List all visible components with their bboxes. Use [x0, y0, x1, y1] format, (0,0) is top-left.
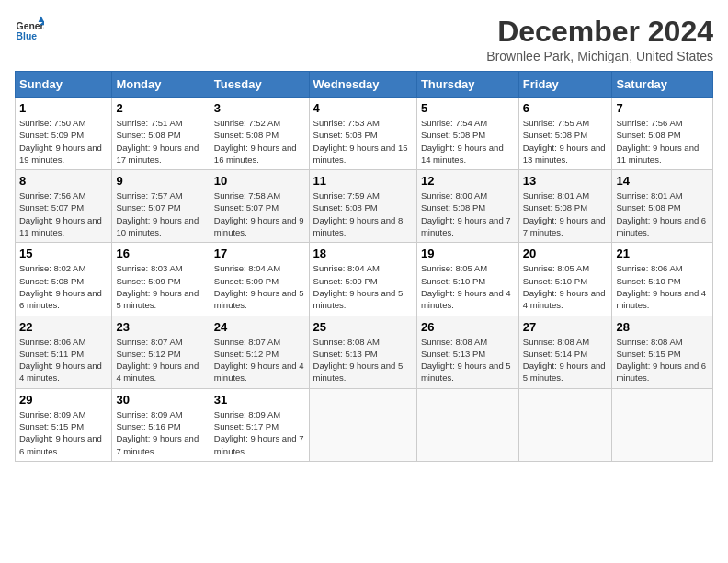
logo: General Blue [15, 15, 44, 44]
calendar-cell: 8 Sunrise: 7:56 AMSunset: 5:07 PMDayligh… [16, 170, 112, 243]
col-header-thursday: Thursday [416, 72, 518, 98]
day-info: Sunrise: 7:50 AMSunset: 5:09 PMDaylight:… [19, 118, 102, 165]
day-info: Sunrise: 7:57 AMSunset: 5:07 PMDaylight:… [116, 190, 199, 237]
page-subtitle: Brownlee Park, Michigan, United States [486, 49, 713, 63]
logo-icon: General Blue [15, 15, 44, 44]
day-info: Sunrise: 7:51 AMSunset: 5:08 PMDaylight:… [116, 118, 199, 165]
day-number: 25 [313, 320, 413, 334]
col-header-tuesday: Tuesday [210, 72, 309, 98]
day-number: 9 [116, 174, 205, 188]
svg-text:Blue: Blue [17, 31, 38, 41]
day-info: Sunrise: 8:01 AMSunset: 5:08 PMDaylight:… [616, 190, 706, 237]
calendar-cell: 15 Sunrise: 8:02 AMSunset: 5:08 PMDaylig… [16, 243, 112, 316]
calendar-cell: 23 Sunrise: 8:07 AMSunset: 5:12 PMDaylig… [112, 316, 210, 388]
day-info: Sunrise: 7:58 AMSunset: 5:07 PMDaylight:… [214, 190, 304, 237]
calendar-cell: 25 Sunrise: 8:08 AMSunset: 5:13 PMDaylig… [309, 316, 416, 388]
calendar-cell: 30 Sunrise: 8:09 AMSunset: 5:16 PMDaylig… [112, 388, 210, 461]
day-info: Sunrise: 8:06 AMSunset: 5:11 PMDaylight:… [19, 337, 102, 384]
calendar-cell: 20 Sunrise: 8:05 AMSunset: 5:10 PMDaylig… [518, 243, 612, 316]
day-info: Sunrise: 8:06 AMSunset: 5:10 PMDaylight:… [616, 263, 706, 310]
calendar-cell [416, 388, 518, 461]
day-number: 14 [616, 174, 709, 188]
calendar-cell [612, 388, 713, 461]
calendar-cell: 18 Sunrise: 8:04 AMSunset: 5:09 PMDaylig… [309, 243, 416, 316]
day-info: Sunrise: 8:08 AMSunset: 5:13 PMDaylight:… [313, 337, 404, 384]
svg-text:General: General [17, 21, 44, 31]
calendar-week-2: 8 Sunrise: 7:56 AMSunset: 5:07 PMDayligh… [16, 170, 713, 243]
day-info: Sunrise: 8:05 AMSunset: 5:10 PMDaylight:… [421, 263, 511, 310]
calendar-cell: 16 Sunrise: 8:03 AMSunset: 5:09 PMDaylig… [112, 243, 210, 316]
day-number: 16 [116, 247, 205, 260]
day-info: Sunrise: 8:05 AMSunset: 5:10 PMDaylight:… [523, 263, 606, 310]
day-number: 4 [313, 101, 413, 115]
day-info: Sunrise: 8:08 AMSunset: 5:13 PMDaylight:… [421, 337, 511, 384]
calendar-cell: 10 Sunrise: 7:58 AMSunset: 5:07 PMDaylig… [210, 170, 309, 243]
calendar-cell: 11 Sunrise: 7:59 AMSunset: 5:08 PMDaylig… [309, 170, 416, 243]
calendar-week-4: 22 Sunrise: 8:06 AMSunset: 5:11 PMDaylig… [16, 316, 713, 388]
calendar-cell: 5 Sunrise: 7:54 AMSunset: 5:08 PMDayligh… [416, 98, 518, 170]
day-info: Sunrise: 8:04 AMSunset: 5:09 PMDaylight:… [313, 263, 404, 310]
calendar-cell: 24 Sunrise: 8:07 AMSunset: 5:12 PMDaylig… [210, 316, 309, 388]
calendar-week-1: 1 Sunrise: 7:50 AMSunset: 5:09 PMDayligh… [16, 98, 713, 170]
day-info: Sunrise: 8:02 AMSunset: 5:08 PMDaylight:… [19, 263, 102, 310]
calendar-cell: 9 Sunrise: 7:57 AMSunset: 5:07 PMDayligh… [112, 170, 210, 243]
day-number: 21 [616, 247, 709, 260]
day-number: 31 [214, 393, 305, 407]
calendar-cell: 7 Sunrise: 7:56 AMSunset: 5:08 PMDayligh… [612, 98, 713, 170]
col-header-wednesday: Wednesday [309, 72, 416, 98]
calendar-cell: 31 Sunrise: 8:09 AMSunset: 5:17 PMDaylig… [210, 388, 309, 461]
day-info: Sunrise: 8:09 AMSunset: 5:16 PMDaylight:… [116, 409, 199, 456]
page-title: December 2024 [486, 15, 713, 49]
calendar-table: SundayMondayTuesdayWednesdayThursdayFrid… [15, 71, 713, 462]
day-number: 2 [116, 101, 205, 115]
calendar-cell: 27 Sunrise: 8:08 AMSunset: 5:14 PMDaylig… [518, 316, 612, 388]
svg-marker-2 [39, 17, 44, 22]
day-info: Sunrise: 8:07 AMSunset: 5:12 PMDaylight:… [116, 337, 199, 384]
header: General Blue December 2024 Brownlee Park… [15, 15, 713, 63]
calendar-cell: 19 Sunrise: 8:05 AMSunset: 5:10 PMDaylig… [416, 243, 518, 316]
day-info: Sunrise: 7:55 AMSunset: 5:08 PMDaylight:… [523, 118, 606, 165]
calendar-cell: 6 Sunrise: 7:55 AMSunset: 5:08 PMDayligh… [518, 98, 612, 170]
calendar-week-3: 15 Sunrise: 8:02 AMSunset: 5:08 PMDaylig… [16, 243, 713, 316]
day-number: 15 [19, 247, 108, 260]
col-header-monday: Monday [112, 72, 210, 98]
calendar-week-5: 29 Sunrise: 8:09 AMSunset: 5:15 PMDaylig… [16, 388, 713, 461]
day-info: Sunrise: 7:54 AMSunset: 5:08 PMDaylight:… [421, 118, 504, 165]
col-header-friday: Friday [518, 72, 612, 98]
day-number: 24 [214, 320, 305, 334]
day-info: Sunrise: 7:53 AMSunset: 5:08 PMDaylight:… [313, 118, 408, 165]
day-info: Sunrise: 8:04 AMSunset: 5:09 PMDaylight:… [214, 263, 304, 310]
day-info: Sunrise: 8:07 AMSunset: 5:12 PMDaylight:… [214, 337, 304, 384]
day-info: Sunrise: 8:08 AMSunset: 5:15 PMDaylight:… [616, 337, 706, 384]
day-number: 10 [214, 174, 305, 188]
day-number: 12 [421, 174, 515, 188]
calendar-cell: 2 Sunrise: 7:51 AMSunset: 5:08 PMDayligh… [112, 98, 210, 170]
calendar-cell: 3 Sunrise: 7:52 AMSunset: 5:08 PMDayligh… [210, 98, 309, 170]
day-number: 26 [421, 320, 515, 334]
day-number: 6 [523, 101, 609, 115]
day-number: 22 [19, 320, 108, 334]
calendar-cell: 21 Sunrise: 8:06 AMSunset: 5:10 PMDaylig… [612, 243, 713, 316]
calendar-body: 1 Sunrise: 7:50 AMSunset: 5:09 PMDayligh… [16, 98, 713, 462]
calendar-cell [309, 388, 416, 461]
day-info: Sunrise: 8:01 AMSunset: 5:08 PMDaylight:… [523, 190, 606, 237]
day-info: Sunrise: 8:00 AMSunset: 5:08 PMDaylight:… [421, 190, 511, 237]
day-number: 29 [19, 393, 108, 407]
day-number: 7 [616, 101, 709, 115]
col-header-saturday: Saturday [612, 72, 713, 98]
calendar-cell: 13 Sunrise: 8:01 AMSunset: 5:08 PMDaylig… [518, 170, 612, 243]
day-number: 17 [214, 247, 305, 260]
day-number: 28 [616, 320, 709, 334]
day-info: Sunrise: 7:56 AMSunset: 5:08 PMDaylight:… [616, 118, 699, 165]
day-number: 3 [214, 101, 305, 115]
day-number: 19 [421, 247, 515, 260]
calendar-cell: 29 Sunrise: 8:09 AMSunset: 5:15 PMDaylig… [16, 388, 112, 461]
calendar-cell: 14 Sunrise: 8:01 AMSunset: 5:08 PMDaylig… [612, 170, 713, 243]
calendar-cell: 26 Sunrise: 8:08 AMSunset: 5:13 PMDaylig… [416, 316, 518, 388]
day-number: 13 [523, 174, 609, 188]
calendar-cell: 28 Sunrise: 8:08 AMSunset: 5:15 PMDaylig… [612, 316, 713, 388]
calendar-cell: 4 Sunrise: 7:53 AMSunset: 5:08 PMDayligh… [309, 98, 416, 170]
day-number: 18 [313, 247, 413, 260]
col-header-sunday: Sunday [16, 72, 112, 98]
day-number: 20 [523, 247, 609, 260]
